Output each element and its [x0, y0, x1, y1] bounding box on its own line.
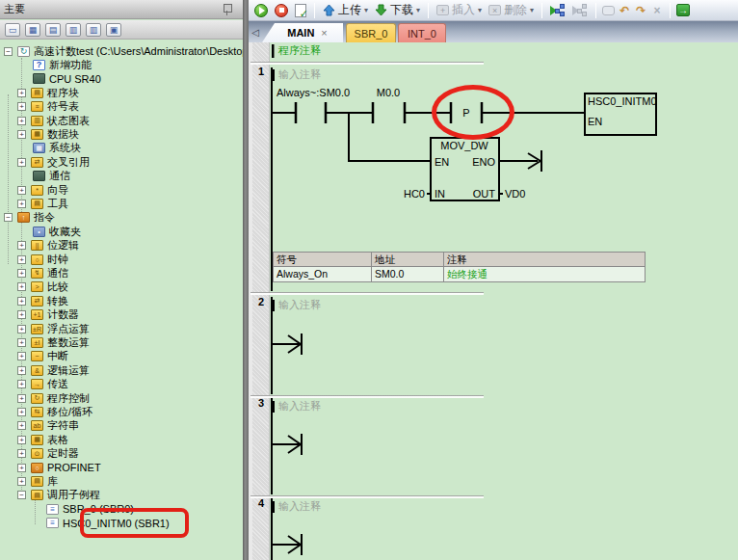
expand-icon[interactable]: +: [17, 408, 26, 416]
run-button[interactable]: [252, 3, 270, 18]
tree-item--test-c-users-administrator-desktop-[interactable]: −↻高速计数test (C:\Users\Administrator\Deskt…: [4, 44, 243, 58]
pin-icon[interactable]: [223, 3, 231, 15]
expand-icon[interactable]: +: [17, 200, 26, 208]
mov-in-operand[interactable]: HC0: [404, 188, 425, 200]
expand-icon[interactable]: +: [17, 255, 26, 264]
cross-reference-icon[interactable]: ▥: [86, 23, 101, 37]
download-caret-icon[interactable]: ▾: [416, 6, 420, 14]
tree-item--[interactable]: +±I整数运算: [17, 335, 90, 349]
contact-label[interactable]: M0.0: [377, 87, 400, 98]
tree-item--[interactable]: +≡符号表: [17, 100, 79, 114]
insert-button[interactable]: + 插入 ▾: [435, 1, 484, 19]
contact-label[interactable]: Always~:SM0.0: [277, 87, 350, 98]
tree-item--[interactable]: ++1计数器: [17, 308, 79, 322]
selection-box-icon[interactable]: [602, 6, 615, 15]
tree-item--[interactable]: +○时钟: [17, 253, 68, 266]
tree-item--[interactable]: +⇄交叉引用: [17, 155, 90, 169]
expand-icon[interactable]: +: [17, 241, 26, 250]
expand-icon[interactable]: +: [17, 310, 26, 319]
expand-icon[interactable]: +: [17, 158, 26, 167]
tree-item--[interactable]: +▤工具: [17, 197, 68, 210]
undo-icon[interactable]: ↶: [618, 5, 631, 16]
upload-caret-icon[interactable]: ▾: [364, 6, 368, 14]
program-block-icon[interactable]: ▭: [5, 23, 20, 37]
symbol-table-icon[interactable]: ▦: [25, 23, 40, 37]
tree-item-cpu-sr40[interactable]: CPU SR40: [17, 72, 101, 86]
tab-scroll-left-icon[interactable]: ◁: [249, 21, 262, 42]
goto-icon[interactable]: →: [676, 4, 690, 16]
tree-item--[interactable]: +→传送: [17, 378, 68, 391]
tree-item--[interactable]: •收藏夹: [17, 225, 81, 238]
collapse-icon[interactable]: −: [4, 47, 13, 56]
tree-item--[interactable]: +⇄转换: [17, 294, 68, 307]
expand-icon[interactable]: +: [17, 130, 26, 139]
delete-button[interactable]: × 删除 ▾: [487, 1, 536, 19]
tree-item--[interactable]: +▤程序块: [17, 86, 79, 99]
mov-out-operand[interactable]: VD0: [505, 188, 525, 200]
tree-item--[interactable]: +▦表格: [17, 433, 68, 446]
expand-icon[interactable]: +: [17, 394, 26, 403]
clear-icon[interactable]: ×: [650, 5, 664, 16]
expand-icon[interactable]: +: [17, 186, 26, 195]
collapse-icon[interactable]: −: [17, 491, 26, 499]
symbol-table-row[interactable]: Always_On SM0.0 始终接通: [274, 267, 645, 281]
tree-item--[interactable]: +▦数据块: [17, 127, 79, 141]
compile-button[interactable]: ✓: [293, 3, 308, 18]
tree-item--[interactable]: +▥状态图表: [17, 114, 90, 127]
tree-item--[interactable]: +~中断: [17, 350, 68, 363]
expand-icon[interactable]: +: [17, 352, 26, 360]
symbol-cell[interactable]: Always_On: [274, 267, 372, 281]
expand-icon[interactable]: +: [17, 325, 26, 333]
download-button[interactable]: 下载 ▾: [373, 1, 422, 19]
expand-icon[interactable]: +: [17, 366, 26, 375]
tree-item--[interactable]: 通信: [17, 170, 70, 183]
collapse-icon[interactable]: −: [4, 213, 13, 222]
address-cell[interactable]: SM0.0: [372, 267, 444, 281]
expand-icon[interactable]: +: [17, 380, 26, 388]
tree-item--[interactable]: +&逻辑运算: [17, 363, 90, 377]
expand-icon[interactable]: +: [17, 477, 26, 486]
mov-box-title[interactable]: MOV_DW: [440, 140, 488, 151]
tab-int_0[interactable]: INT_0: [398, 23, 446, 42]
tree-item--[interactable]: ▦系统块: [17, 142, 81, 155]
expand-icon[interactable]: +: [17, 269, 26, 278]
expand-icon[interactable]: +: [17, 436, 26, 444]
tree-item-profinet[interactable]: +○PROFINET: [17, 461, 101, 474]
tree-item--[interactable]: +>比较: [17, 280, 68, 294]
expand-icon[interactable]: +: [17, 117, 26, 125]
tree-item--[interactable]: +±R浮点运算: [17, 322, 90, 335]
tree-item--[interactable]: +↯通信: [17, 266, 68, 280]
expand-icon[interactable]: +: [17, 102, 26, 111]
expand-icon[interactable]: +: [17, 282, 26, 291]
expand-icon[interactable]: +: [17, 464, 26, 472]
expand-icon[interactable]: +: [17, 421, 26, 430]
tree-item--[interactable]: −↑指令: [4, 211, 55, 225]
redo-icon[interactable]: ↷: [634, 5, 647, 16]
tree-item--[interactable]: −▤调用子例程: [17, 489, 100, 502]
tab-main[interactable]: MAIN×: [262, 23, 343, 42]
tree-item--[interactable]: +*向导: [17, 183, 68, 197]
expand-icon[interactable]: +: [17, 338, 26, 347]
tree-item--[interactable]: +||位逻辑: [17, 239, 79, 253]
expand-icon[interactable]: +: [17, 89, 26, 97]
tree-item--[interactable]: +▤库: [17, 474, 58, 488]
expand-icon[interactable]: +: [17, 297, 26, 306]
tree-item--[interactable]: ?新增功能: [17, 58, 92, 71]
ladder-editor[interactable]: 1 2 3 4 程序注释 输入注释 输入注释 输入注释 输入注释: [249, 42, 738, 560]
expand-icon[interactable]: +: [17, 449, 26, 458]
subroutine-call-box-title[interactable]: HSC0_INITM0: [588, 95, 657, 107]
status-chart-icon[interactable]: ▤: [45, 23, 61, 37]
stop-button[interactable]: [273, 3, 290, 18]
tree-item--[interactable]: +⇆移位/循环: [17, 405, 92, 418]
upload-button[interactable]: 上传 ▾: [321, 1, 370, 19]
tree-item--[interactable]: +⊙定时器: [17, 447, 79, 461]
program-status-button[interactable]: [548, 3, 567, 17]
pause-status-button[interactable]: [570, 3, 590, 17]
comment-cell[interactable]: 始终接通: [444, 267, 645, 281]
tab-sbr_0[interactable]: SBR_0: [346, 23, 396, 42]
tab-close-icon[interactable]: ×: [321, 27, 327, 39]
tree-item--[interactable]: +ab字符串: [17, 419, 79, 433]
data-block-icon[interactable]: ▥: [66, 23, 81, 37]
tree-item--[interactable]: +↻程序控制: [17, 391, 90, 405]
communication-icon[interactable]: ▣: [106, 23, 121, 37]
